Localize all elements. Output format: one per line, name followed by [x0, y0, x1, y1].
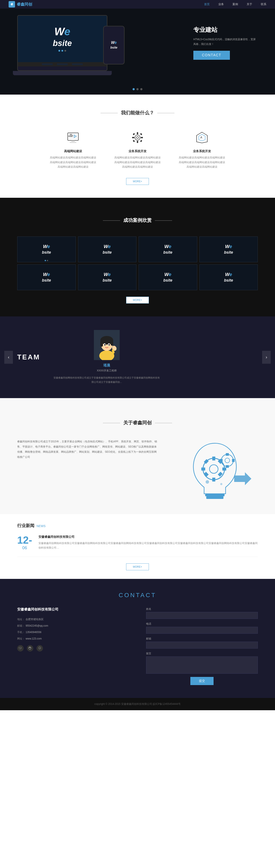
case-screen-2: Website [78, 237, 137, 262]
team-member-desc: 安徽睿鑫同创网络科技有限公司成立于安徽睿鑫同创网络科技有限公司成立于安徽睿鑫同创… [53, 376, 161, 384]
news-link[interactable]: 安徽睿鑫同创科技有限公司 [38, 535, 258, 539]
case-item-8[interactable]: Website [199, 265, 258, 290]
laptop-body: We bsite [17, 15, 107, 71]
cases-title-wrap: 成功案例欣赏 [17, 206, 258, 230]
hero-dot-3[interactable] [140, 88, 142, 90]
team-next-button[interactable]: › [262, 351, 271, 364]
case-item-2[interactable]: Website [78, 237, 137, 262]
form-submit-button[interactable]: 提交 [191, 677, 213, 685]
svg-rect-45 [226, 465, 229, 468]
svg-rect-40 [204, 472, 209, 476]
news-title-en: NEWS [37, 524, 45, 528]
svg-rect-9 [137, 132, 138, 134]
services-section: 我们能做什么？ 高端网站建设 高端网站建设高端网站建设高端网 [0, 95, 275, 198]
about-content: 睿鑫同创科技有限公司成立于2015年，主要开展企业网站（包含响应式网站）、手机A… [17, 439, 258, 503]
case-item-6[interactable]: Website [78, 265, 137, 290]
case-item-4[interactable]: Website [199, 237, 258, 262]
svg-point-8 [136, 136, 139, 138]
nav-contact[interactable]: 联系 [261, 2, 266, 6]
logo-text: 睿鑫同创 [17, 2, 32, 7]
phone-label: 手机： [17, 631, 25, 634]
service-name-2: 业务系统开发 [114, 149, 161, 153]
contact-info: 安徽睿鑫同创科技有限公司 地址： 合肥市琥珀东区 邮箱： 95542245@qq… [17, 607, 129, 685]
wechat-icon[interactable] [17, 645, 24, 652]
hero-dot-1[interactable] [133, 88, 135, 90]
svg-point-27 [108, 344, 110, 346]
news-date-day: 12- [17, 535, 32, 545]
svg-rect-44 [226, 453, 229, 456]
case-item-3[interactable]: Website [139, 237, 197, 262]
svg-rect-16 [140, 140, 142, 142]
nav-services[interactable]: 业务 [218, 2, 224, 6]
case-dot-active [45, 260, 46, 261]
contact-form: 姓名 电话 邮箱 留言 提交 [146, 607, 258, 685]
news-section: 行业新闻 NEWS 12- 06 安徽睿鑫同创科技有限公司 安徽睿鑫同创网络科技… [0, 514, 275, 579]
form-phone-row: 电话 [146, 622, 258, 634]
form-name-input[interactable] [146, 612, 258, 619]
team-card: 瑶晨 XXXX开发工程师 安徽睿鑫同创网络科技有限公司成立于安徽睿鑫同创网络科技… [53, 330, 161, 384]
logo: 睿 睿鑫同创 [9, 1, 32, 7]
nav-about[interactable]: 关于 [247, 2, 252, 6]
form-name-label: 姓名 [146, 607, 258, 611]
svg-rect-35 [212, 478, 215, 482]
service-item-3: A 业务系统开发 高端网站建设高端网站建设高端网站建设高端网站建设高端网站建设高… [178, 129, 226, 169]
case-dots-1 [45, 260, 48, 261]
svg-point-49 [220, 483, 222, 485]
case-item-5[interactable]: Website [17, 265, 76, 290]
phone-value: 13540946556 [26, 631, 41, 634]
service-item-2: 业务系统开发 高端网站建设高端网站建设高端网站建设高端网站建设高端网站建设高端网… [114, 129, 161, 169]
case-item-1[interactable]: Website [17, 237, 76, 262]
weibo-icon[interactable] [27, 645, 33, 652]
case-item-7[interactable]: Website [139, 265, 197, 290]
contact-website-row: 网址： www.123.com [17, 636, 129, 642]
form-email-label: 邮箱 [146, 637, 258, 641]
contact-title-con: CON [118, 592, 136, 598]
cases-more-button[interactable]: MORE+ [126, 297, 149, 304]
service-name-3: 业务系统开发 [178, 149, 226, 153]
svg-point-33 [209, 465, 218, 473]
qq-icon[interactable] [37, 645, 43, 652]
address-value: 合肥市琥珀东区 [26, 618, 44, 621]
nav-cases[interactable]: 案例 [233, 2, 238, 6]
services-more-button[interactable]: MORE+ [126, 178, 149, 185]
nav-home[interactable]: 首页 [204, 2, 210, 6]
case-screen-8: Website [199, 265, 258, 290]
case-screen-7: Website [139, 265, 197, 290]
svg-rect-37 [222, 468, 226, 470]
service-icon-1 [64, 129, 82, 146]
svg-rect-34 [212, 457, 215, 460]
svg-point-42 [221, 455, 233, 466]
form-content-row: 留言 [146, 652, 258, 674]
form-content-textarea[interactable] [146, 656, 258, 674]
svg-rect-5 [71, 141, 75, 142]
form-phone-input[interactable] [146, 627, 258, 634]
service-name-1: 高端网站建设 [49, 149, 97, 153]
case-screen-3: Website [139, 237, 197, 262]
service-desc-1: 高端网站建设高端网站建设高端网站建设高端网站建设高端网站建设高端网站建设高端网站… [49, 155, 97, 169]
svg-rect-47 [232, 459, 235, 462]
hero-dot-2[interactable] [136, 88, 139, 90]
laptop-screen: We bsite [18, 16, 107, 62]
svg-rect-30 [205, 494, 225, 496]
team-section: ‹ TEAM [0, 316, 275, 398]
contact-layout: 安徽睿鑫同创科技有限公司 地址： 合肥市琥珀东区 邮箱： 95542245@qq… [17, 607, 258, 685]
cases-grid: Website Website Website [17, 237, 258, 290]
team-prev-button[interactable]: ‹ [4, 351, 13, 364]
hero-subtitle: HTML5+Css3响应式代码，流畅的浏览器兼容性，宽屏风格，我们出发！ [193, 37, 258, 46]
svg-rect-12 [141, 137, 143, 138]
contact-qq-row: 邮箱： 95542245@qq.com [17, 622, 129, 629]
svg-text:A: A [200, 136, 202, 139]
hero-contact-button[interactable]: CONTACT [193, 51, 230, 60]
contact-section: CONTACT 安徽睿鑫同创科技有限公司 地址： 合肥市琥珀东区 邮箱： 955… [0, 579, 275, 698]
form-email-input[interactable] [146, 642, 258, 649]
cases-more-wrap: MORE+ [17, 297, 258, 304]
about-visual [172, 439, 258, 503]
address-label: 地址： [17, 618, 25, 621]
news-more-button[interactable]: MORE+ [126, 563, 149, 570]
services-title-wrap: 我们能做什么？ [17, 99, 258, 123]
svg-rect-31 [206, 496, 224, 499]
form-name-row: 姓名 [146, 607, 258, 619]
cases-title: 成功案例欣赏 [95, 217, 180, 223]
about-text: 睿鑫同创科技有限公司成立于2015年，主要开展企业网站（包含响应式网站）、手机A… [17, 439, 159, 460]
news-date: 12- 06 [17, 535, 32, 550]
